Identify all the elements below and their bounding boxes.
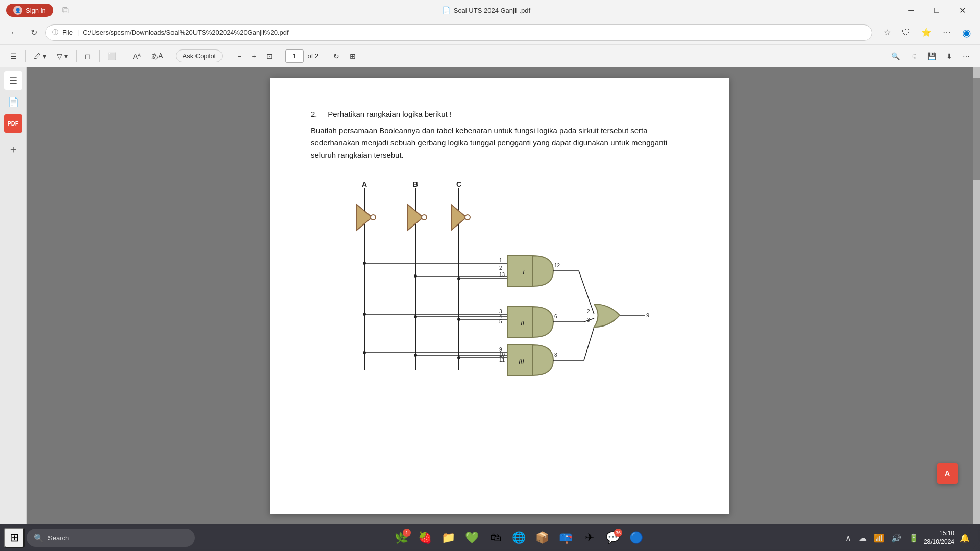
chrome-icon: 🔵 [629, 531, 643, 544]
more-tools-button[interactable]: ⋯ [959, 50, 974, 62]
notification-icon[interactable]: 🔔 [958, 531, 972, 545]
svg-text:A: A [362, 180, 367, 188]
system-tray: ∧ ☁ 📶 🔊 🔋 15:10 28/10/2024 🔔 [843, 529, 976, 546]
windows-icon: ⊞ [10, 531, 19, 544]
star-button[interactable]: ☆ [880, 26, 894, 39]
svg-text:13: 13 [499, 272, 505, 278]
sidebar-add-button[interactable]: ＋ [4, 140, 22, 158]
taskbar-whatsapp-button[interactable]: 💬 36 [602, 527, 624, 549]
sidebar-home-button[interactable]: ☰ [4, 71, 22, 90]
right-scrollbar[interactable] [973, 67, 980, 524]
save-button[interactable]: 💾 [923, 50, 940, 62]
taskbar-fruit-button[interactable]: 🍓 [414, 527, 436, 549]
address-box[interactable]: ⓘ File | C:/Users/spcsm/Downloads/Soal%2… [45, 24, 872, 41]
sep5 [171, 50, 172, 62]
telegram-icon: ✈ [585, 531, 594, 544]
battery-icon[interactable]: 🔋 [906, 531, 921, 545]
zoom-in-button[interactable]: + [248, 50, 260, 62]
taskbar-dropbox-button[interactable]: 📦 [531, 527, 554, 549]
taskbar-search[interactable]: 🔍 Search [27, 529, 195, 547]
window-title: Soal UTS 2024 Ganjil .pdf [454, 7, 530, 14]
address-bar-right: ☆ 🛡 ⭐ ⋯ ◉ [880, 24, 974, 41]
file-explorer-icon: 📁 [442, 531, 455, 544]
back-button[interactable]: ← [6, 26, 22, 39]
adobe-icon: A [945, 469, 950, 478]
pdf-logo-button[interactable]: PDF [4, 114, 22, 133]
svg-point-57 [457, 277, 460, 280]
adobe-acrobat-fab[interactable]: A [937, 463, 958, 484]
taskbar-green-app-button[interactable]: 💚 [461, 527, 483, 549]
filter-button[interactable]: ▽ ▾ [53, 50, 72, 62]
copy-icon-btn[interactable]: ⧉ [58, 3, 73, 18]
svg-rect-21 [507, 256, 533, 286]
sep2 [76, 50, 77, 62]
left-sidebar: ☰ 📄 PDF ＋ [0, 67, 27, 524]
whatsapp-badge: 36 [614, 529, 622, 537]
pdf-save-button[interactable]: ⬇ [942, 50, 957, 62]
svg-text:9: 9 [646, 312, 649, 318]
svg-line-41 [584, 327, 594, 360]
pdf-toolbar: ☰ 🖊 ▾ ▽ ▾ ◻ ⬜ Aᴬ あA Ask Copilot − + ⊡ of… [0, 45, 980, 67]
taskbar-widgets-button[interactable]: 🌿 1 [390, 527, 413, 549]
ask-copilot-button[interactable]: Ask Copilot [176, 49, 223, 62]
svg-text:I: I [523, 268, 525, 276]
clock-time: 15:10 [924, 529, 954, 538]
taskbar-amazon-button[interactable]: 📪 [555, 527, 577, 549]
font-size-button[interactable]: Aᴬ [129, 50, 145, 62]
svg-text:5: 5 [499, 319, 502, 324]
fit-page-button[interactable]: ⊡ [262, 50, 277, 62]
svg-text:C: C [456, 180, 461, 188]
zoom-out-button[interactable]: − [233, 50, 246, 62]
sep3 [99, 50, 100, 62]
start-button[interactable]: ⊞ [4, 528, 24, 548]
eraser-button[interactable]: ◻ [81, 50, 95, 62]
widgets-badge: 1 [403, 529, 411, 537]
window-controls: ─ □ ✕ [899, 3, 974, 18]
volume-icon[interactable]: 🔊 [889, 531, 903, 545]
sep4 [125, 50, 125, 62]
svg-point-55 [363, 262, 366, 265]
taskbar-edge-button[interactable]: 🌐 [508, 527, 530, 549]
pdf-file-icon: 📄 [442, 6, 451, 14]
edge-icon[interactable]: ◉ [959, 24, 974, 41]
svg-point-11 [422, 215, 427, 220]
rotation-button[interactable]: ↻ [329, 50, 344, 62]
weather-icon[interactable]: ☁ [856, 531, 869, 545]
scrollbar-thumb[interactable] [973, 78, 980, 180]
taskbar-chrome-button[interactable]: 🔵 [625, 527, 648, 549]
taskbar-store-button[interactable]: 🛍 [484, 527, 507, 549]
two-page-button[interactable]: ⊞ [346, 50, 360, 62]
svg-point-59 [414, 315, 417, 318]
shield-button[interactable]: 🛡 [899, 26, 913, 39]
wifi-icon[interactable]: 📶 [872, 531, 886, 545]
search-toolbar-button[interactable]: 🔍 [887, 50, 904, 62]
text-box-button[interactable]: ⬜ [104, 50, 120, 62]
question-number: 2. [311, 110, 317, 118]
svg-text:3: 3 [587, 317, 590, 323]
clock[interactable]: 15:10 28/10/2024 [924, 529, 954, 546]
pdf-content-area[interactable]: 2. Perhatikan rangkaian logika berikut !… [27, 67, 973, 524]
svg-point-62 [414, 354, 417, 357]
favorites-button[interactable]: ⭐ [918, 26, 935, 39]
language-button[interactable]: あA [147, 49, 167, 63]
maximize-button[interactable]: □ [925, 3, 948, 18]
thumbnails-button[interactable]: ☰ [6, 50, 21, 62]
svg-text:1: 1 [499, 258, 502, 263]
taskbar-file-explorer-button[interactable]: 📁 [437, 527, 460, 549]
taskbar-telegram-button[interactable]: ✈ [578, 527, 601, 549]
sidebar-page-button[interactable]: 📄 [4, 93, 22, 111]
more-button[interactable]: ⋯ [940, 26, 954, 39]
sign-in-button[interactable]: 👤 Sign in [6, 4, 53, 17]
chevron-up-icon[interactable]: ∧ [843, 531, 853, 545]
page-number-input[interactable] [285, 49, 304, 63]
svg-point-61 [363, 351, 366, 354]
close-button[interactable]: ✕ [950, 3, 974, 18]
search-label: Search [48, 534, 69, 542]
page-of-label: of 2 [308, 52, 319, 60]
annotation-button[interactable]: 🖊 ▾ [30, 50, 51, 62]
question-text: 2. Perhatikan rangkaian logika berikut !… [311, 108, 689, 161]
refresh-button[interactable]: ↻ [27, 26, 41, 39]
minimize-button[interactable]: ─ [899, 3, 923, 18]
print-button[interactable]: 🖨 [906, 50, 921, 62]
separator: | [77, 29, 79, 36]
